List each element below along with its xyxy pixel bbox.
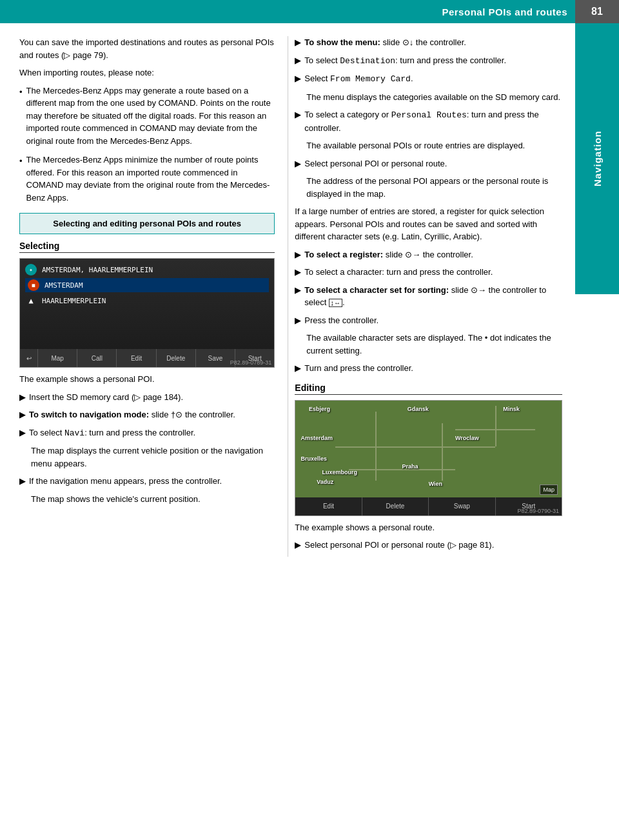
main-content: You can save the imported destinations a… (0, 23, 575, 570)
map-screen-image: Esbjerg Gdansk Minsk Amsterdam Wroclaw B… (295, 400, 562, 516)
inst-select-navi-text: To select Navi: turn and press the contr… (29, 426, 275, 440)
inst-nav-menu: ▶ If the navigation menu appears, press … (19, 475, 275, 488)
import-note: When importing routes, please note: (19, 66, 275, 79)
nav-item-text-1: AMSTERDAM (44, 281, 83, 290)
inst-show-menu-text: To show the menu: slide ⊙↓ the controlle… (304, 36, 562, 49)
inst-select-poi-text: Select personal POI or personal route. (304, 157, 562, 170)
inst-show-menu: ▶ To show the menu: slide ⊙↓ the control… (295, 36, 562, 49)
arrow-icon-8: ▶ (295, 109, 300, 121)
arrow-icon-1: ▶ (19, 392, 25, 403)
nav-icon-1: ■ (28, 279, 39, 291)
inst-dest-text: To select Destination: turn and press th… (304, 54, 562, 68)
bullet-list: • The Mercedes-Benz Apps may generate a … (19, 85, 275, 205)
map-toolbar-swap: Swap (429, 497, 495, 515)
intro-text: You can save the imported destinations a… (19, 36, 275, 61)
arrow-icon-3: ▶ (19, 427, 25, 439)
arrow-icon-14: ▶ (295, 363, 300, 374)
nav-item-0: ✦ AMSTERDAM, HAARLEMMERPLEIN (25, 264, 269, 275)
arrow-icon-2: ▶ (19, 409, 25, 421)
nav-toolbar-delete: Delete (157, 349, 196, 367)
subsection-heading: Selecting (19, 241, 275, 253)
nav-screen: ✦ AMSTERDAM, HAARLEMMERPLEIN ■ AMSTERDAM… (20, 259, 274, 367)
inst-select-poi: ▶ Select personal POI or personal route. (295, 157, 562, 170)
inst-insert-sd: ▶ Insert the SD memory card (▷ page 184)… (19, 391, 275, 404)
header-title: Personal POIs and routes (442, 6, 567, 17)
map-toolbar-delete: Delete (362, 497, 429, 515)
photo-ref-1: P82.89-0789-31 (230, 359, 272, 366)
nav-toolbar-back: ↩ (20, 349, 38, 367)
nav-toolbar-edit: Edit (117, 349, 156, 367)
nav-icon-2: ▲ (25, 295, 37, 306)
bullet-item-2: • The Mercedes-Benz Apps minimize the nu… (19, 154, 275, 204)
section-box-text: Selecting and editing personal POIs and … (53, 219, 241, 228)
inst-category-desc: The available personal POIs or route ent… (306, 139, 562, 152)
caption-1: The example shows a personal POI. (19, 373, 275, 386)
large-entry-text: If a large number of entries are stored,… (295, 205, 562, 243)
inst-dest: ▶ To select Destination: turn and press … (295, 54, 562, 68)
header-bar: Personal POIs and routes (0, 0, 619, 23)
inst-fmc-text: Select From Memory Card. (304, 72, 562, 86)
nav-icon-0: ✦ (25, 264, 37, 275)
inst-category-text: To select a category or Personal Routes:… (304, 108, 562, 134)
arrow-icon-6: ▶ (295, 55, 300, 66)
arrow-icon-4: ▶ (19, 475, 25, 487)
inst-map-display: The map displays the current vehicle pos… (31, 445, 275, 470)
arrow-icon-11: ▶ (295, 266, 300, 278)
inst-charset-text: To select a character set for sorting: s… (304, 284, 562, 309)
bullet-text-1: The Mercedes-Benz Apps may generate a ro… (26, 85, 275, 148)
inst-char: ▶ To select a character: turn and press … (295, 266, 562, 279)
map-screen: Esbjerg Gdansk Minsk Amsterdam Wroclaw B… (295, 401, 562, 515)
inst-charset: ▶ To select a character set for sorting:… (295, 284, 562, 309)
inst-fmc-desc: The menu displays the categories availab… (306, 91, 562, 104)
inst-char-text: To select a character: turn and press th… (304, 266, 562, 279)
bullet-dot-1: • (19, 86, 23, 148)
bullet-dot-2: • (19, 155, 23, 204)
bullet-text-2: The Mercedes-Benz Apps minimize the numb… (26, 154, 275, 204)
inst-register-text: To select a register: slide ⊙→ the contr… (304, 248, 562, 261)
nav-item-2: ▲ HAARLEMMERPLEIN (25, 295, 269, 306)
nav-screen-list: ✦ AMSTERDAM, HAARLEMMERPLEIN ■ AMSTERDAM… (20, 259, 274, 349)
nav-screen-image: ✦ AMSTERDAM, HAARLEMMERPLEIN ■ AMSTERDAM… (19, 258, 275, 368)
page-number: 81 (575, 0, 619, 23)
section-box: Selecting and editing personal POIs and … (19, 213, 275, 234)
arrow-icon-10: ▶ (295, 249, 300, 261)
inst-nav-menu-text: If the navigation menu appears, press th… (29, 475, 275, 488)
side-nav-label: Navigation (575, 23, 619, 294)
inst-final-text: Select personal POI or personal route (▷… (304, 539, 562, 552)
arrow-icon-12: ▶ (295, 285, 300, 296)
inst-map-pos: The map shows the vehicle's current posi… (31, 493, 275, 506)
arrow-icon-7: ▶ (295, 73, 300, 85)
arrow-icon-13: ▶ (295, 315, 300, 326)
inst-nav-mode: ▶ To switch to navigation mode: slide †⊙… (19, 408, 275, 421)
inst-select-poi-desc: The address of the personal POI appears … (306, 175, 562, 200)
inst-turn: ▶ Turn and press the controller. (295, 362, 562, 375)
inst-select-navi: ▶ To select Navi: turn and press the con… (19, 426, 275, 440)
inst-turn-text: Turn and press the controller. (304, 362, 562, 375)
inst-press: ▶ Press the controller. (295, 314, 562, 327)
caption-2: The example shows a personal route. (295, 521, 562, 534)
nav-item-1: ■ AMSTERDAM (25, 278, 269, 292)
nav-toolbar-call: Call (77, 349, 117, 367)
right-column: ▶ To show the menu: slide ⊙↓ the control… (288, 36, 575, 557)
inst-final: ▶ Select personal POI or personal route … (295, 539, 562, 552)
arrow-icon-15: ▶ (295, 539, 300, 551)
arrow-icon-5: ▶ (295, 37, 300, 48)
map-toolbar-edit: Edit (295, 497, 362, 515)
bullet-item-1: • The Mercedes-Benz Apps may generate a … (19, 85, 275, 148)
inst-register: ▶ To select a register: slide ⊙→ the con… (295, 248, 562, 261)
photo-ref-2: P82.89-0790-31 (517, 508, 559, 514)
nav-toolbar-map: Map (38, 349, 77, 367)
inst-fmc: ▶ Select From Memory Card. (295, 72, 562, 86)
nav-item-text-2: HAARLEMMERPLEIN (42, 297, 106, 305)
inst-press-desc: The available character sets are display… (306, 332, 562, 357)
inst-category: ▶ To select a category or Personal Route… (295, 108, 562, 134)
inst-insert-sd-text: Insert the SD memory card (▷ page 184). (29, 391, 275, 404)
nav-item-text-0: AMSTERDAM, HAARLEMMERPLEIN (42, 266, 153, 274)
arrow-icon-9: ▶ (295, 158, 300, 170)
inst-nav-mode-text: To switch to navigation mode: slide †⊙ t… (29, 408, 275, 421)
map-btn: Map (540, 485, 558, 495)
editing-heading: Editing (295, 383, 562, 395)
inst-press-text: Press the controller. (304, 314, 562, 327)
left-column: You can save the imported destinations a… (0, 36, 288, 557)
